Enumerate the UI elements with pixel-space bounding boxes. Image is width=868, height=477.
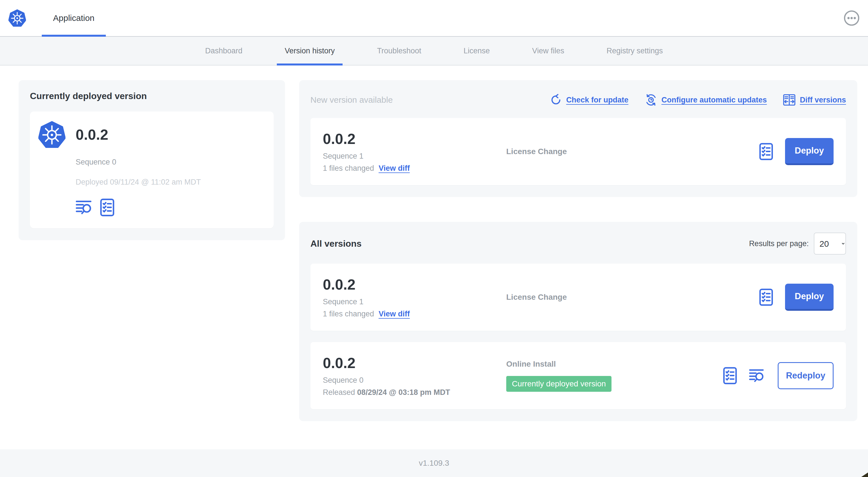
diff-icon xyxy=(783,94,796,106)
cursor-artifact xyxy=(861,473,868,477)
new-version-card: New version available Check for update xyxy=(299,80,857,197)
right-column: New version available Check for update xyxy=(299,80,857,421)
new-version-title: New version available xyxy=(310,95,393,105)
row-source-label: License Change xyxy=(506,147,567,156)
deploy-button[interactable]: Deploy xyxy=(785,284,834,311)
row-source-label: Online Install xyxy=(506,360,556,368)
results-per-page-label: Results per page: xyxy=(749,239,809,248)
app-header: Application xyxy=(0,0,868,37)
tab-view-files[interactable]: View files xyxy=(524,37,572,65)
kubernetes-logo-icon xyxy=(8,9,26,27)
preflight-checks-button[interactable] xyxy=(759,289,773,306)
checklist-icon xyxy=(100,199,115,216)
row-released-date: Released 08/29/24 @ 03:18 pm MDT xyxy=(323,388,506,397)
row-files-changed: 1 files changedView diff xyxy=(323,309,506,318)
subnav: Dashboard Version history Troubleshoot L… xyxy=(0,37,868,65)
tab-registry-settings[interactable]: Registry settings xyxy=(598,37,671,65)
all-versions-card: All versions Results per page: 20 0.0.2 … xyxy=(299,222,857,421)
preflight-checks-button[interactable] xyxy=(723,367,737,384)
kubernetes-app-icon xyxy=(38,121,65,148)
current-version-deployed-date: Deployed 09/11/24 @ 11:02 am MDT xyxy=(75,178,265,186)
overflow-menu-button[interactable] xyxy=(843,9,860,27)
ellipsis-icon xyxy=(843,9,860,27)
check-for-update-link[interactable]: Check for update xyxy=(550,94,628,106)
row-version-number: 0.0.2 xyxy=(323,355,506,371)
row-source-label: License Change xyxy=(506,293,567,301)
footer: v1.109.3 xyxy=(0,449,868,477)
tab-license[interactable]: License xyxy=(456,37,498,65)
row-files-changed: 1 files changedView diff xyxy=(323,164,506,173)
results-per-page-select[interactable]: 20 xyxy=(814,233,846,255)
diff-versions-link[interactable]: Diff versions xyxy=(783,94,846,106)
current-version-title: Currently deployed version xyxy=(30,91,274,101)
schedule-update-icon xyxy=(645,94,657,106)
view-diff-link[interactable]: View diff xyxy=(379,164,410,173)
row-version-number: 0.0.2 xyxy=(323,276,506,293)
tab-dashboard[interactable]: Dashboard xyxy=(197,37,250,65)
version-row: 0.0.2 Sequence 1 1 files changedView dif… xyxy=(310,264,846,331)
current-version-card: Currently deployed version 0.0.2 Se xyxy=(19,80,285,240)
current-version-box: 0.0.2 Sequence 0 Deployed 09/11/24 @ 11:… xyxy=(30,112,274,228)
configure-automatic-updates-link[interactable]: Configure automatic updates xyxy=(645,94,767,106)
logs-search-icon xyxy=(749,368,766,383)
current-version-meta: Sequence 0 Deployed 09/11/24 @ 11:02 am … xyxy=(75,148,265,216)
row-sequence: Sequence 1 xyxy=(323,152,506,160)
deploy-button[interactable]: Deploy xyxy=(785,138,834,165)
redeploy-button[interactable]: Redeploy xyxy=(778,362,834,389)
current-version-sequence: Sequence 0 xyxy=(75,158,265,167)
tab-version-history[interactable]: Version history xyxy=(277,37,343,65)
tab-troubleshoot[interactable]: Troubleshoot xyxy=(369,37,429,65)
all-versions-title: All versions xyxy=(310,239,362,249)
checklist-icon xyxy=(723,367,737,384)
deploy-logs-button[interactable] xyxy=(75,200,94,215)
main-content: Currently deployed version 0.0.2 Se xyxy=(0,65,868,421)
checklist-icon xyxy=(759,143,773,160)
logs-search-icon xyxy=(75,200,94,215)
app-tab-application[interactable]: Application xyxy=(42,0,106,36)
deploy-logs-button[interactable] xyxy=(749,368,766,383)
checklist-icon xyxy=(759,289,773,306)
row-sequence: Sequence 0 xyxy=(323,376,506,385)
preflight-checks-button[interactable] xyxy=(100,199,115,216)
preflight-checks-button[interactable] xyxy=(759,143,773,160)
refresh-icon xyxy=(550,94,562,106)
row-version-number: 0.0.2 xyxy=(323,130,506,147)
current-version-number: 0.0.2 xyxy=(75,126,265,143)
version-row: 0.0.2 Sequence 0 Released 08/29/24 @ 03:… xyxy=(310,342,846,409)
footer-version: v1.109.3 xyxy=(419,459,449,468)
version-row: 0.0.2 Sequence 1 1 files changedView dif… xyxy=(310,118,846,185)
view-diff-link[interactable]: View diff xyxy=(379,309,410,318)
currently-deployed-badge: Currently deployed version xyxy=(506,376,612,392)
app-tab-label: Application xyxy=(53,13,95,23)
row-sequence: Sequence 1 xyxy=(323,297,506,306)
